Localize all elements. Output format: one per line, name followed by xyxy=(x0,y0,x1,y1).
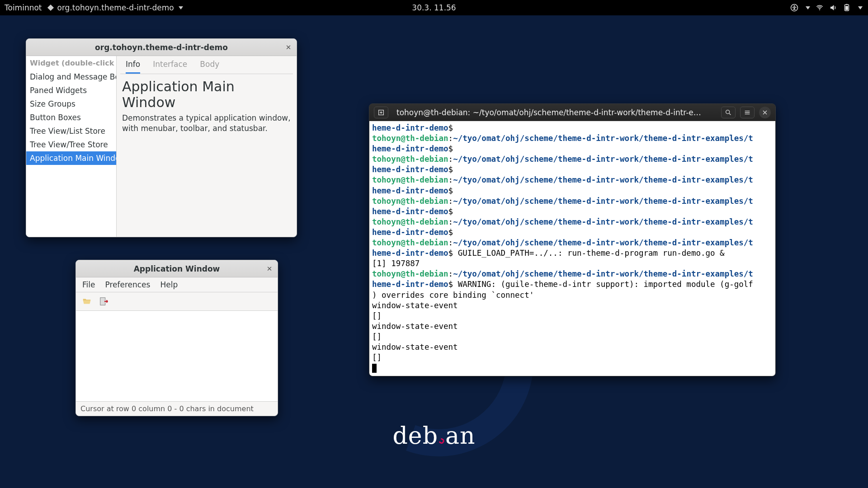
battery-icon[interactable] xyxy=(843,4,851,12)
svg-point-2 xyxy=(819,9,820,10)
chevron-down-icon xyxy=(858,6,863,9)
application-window: Application Window ✕ File Preferences He… xyxy=(75,260,278,416)
demo-sidebar: Widget (double-click to show) Dialog and… xyxy=(26,56,117,237)
volume-icon[interactable] xyxy=(829,4,837,12)
top-app-name: org.tohoyn.theme-d-intr-demo xyxy=(57,3,174,12)
menu-preferences[interactable]: Preferences xyxy=(105,280,150,289)
sidebar-item[interactable]: Tree View/Tree Store xyxy=(26,138,116,151)
demo-tabs: Info Interface Body xyxy=(120,56,293,74)
folder-open-icon xyxy=(82,296,92,306)
wifi-icon[interactable] xyxy=(816,4,824,12)
toolbar xyxy=(76,292,278,311)
accessibility-icon[interactable] xyxy=(790,4,798,12)
gnome-top-bar: Toiminnot org.tohoyn.theme-d-intr-demo 3… xyxy=(0,0,868,15)
menu-help[interactable]: Help xyxy=(160,280,178,289)
menu-file[interactable]: File xyxy=(82,280,95,289)
debian-text: deb xyxy=(393,422,438,449)
sidebar-item[interactable]: Dialog and Message Boxes xyxy=(26,70,116,84)
demo-titlebar[interactable]: org.tohoyn.theme-d-intr-demo ✕ xyxy=(26,39,297,56)
terminal-body[interactable]: heme-d-intr-demo$ tohoyn@th-debian:~/tyo… xyxy=(369,121,775,376)
tab-body[interactable]: Body xyxy=(200,60,219,74)
sidebar-item-selected[interactable]: Application Main Window xyxy=(26,151,116,165)
app-icon xyxy=(47,5,53,11)
appmain-titlebar[interactable]: Application Window ✕ xyxy=(76,260,278,277)
text-area[interactable] xyxy=(76,311,278,401)
top-clock[interactable]: 30.3. 11.56 xyxy=(412,3,456,12)
debian-logo: deb an xyxy=(393,422,476,455)
statusbar: Cursor at row 0 column 0 - 0 chars in do… xyxy=(76,401,278,416)
appmain-title: Application Window xyxy=(134,264,220,273)
demo-title: org.tohoyn.theme-d-intr-demo xyxy=(95,43,228,52)
svg-rect-4 xyxy=(846,4,848,5)
sidebar-item[interactable]: Button Boxes xyxy=(26,111,116,124)
sidebar-item[interactable]: Size Groups xyxy=(26,97,116,111)
menubar: File Preferences Help xyxy=(76,277,278,292)
demo-description: Demonstrates a typical application windo… xyxy=(120,113,293,134)
close-icon xyxy=(761,109,769,116)
debian-text: an xyxy=(445,422,476,449)
svg-point-1 xyxy=(794,5,795,7)
sidebar-header: Widget (double-click to show) xyxy=(26,56,116,70)
toolbar-quit-button[interactable] xyxy=(98,295,110,308)
chevron-down-icon xyxy=(806,6,810,9)
top-app-menu[interactable]: org.tohoyn.theme-d-intr-demo xyxy=(48,3,183,12)
close-button[interactable] xyxy=(759,107,771,118)
hamburger-icon xyxy=(744,109,751,116)
search-icon xyxy=(725,109,732,116)
svg-point-7 xyxy=(726,110,730,113)
exit-icon xyxy=(99,296,109,306)
svg-rect-5 xyxy=(845,6,848,10)
close-button[interactable]: ✕ xyxy=(265,264,274,273)
debian-swirl-icon xyxy=(438,437,445,445)
toolbar-open-button[interactable] xyxy=(80,295,93,308)
menu-button[interactable] xyxy=(740,107,755,118)
sidebar-item[interactable]: Tree View/List Store xyxy=(26,124,116,138)
plus-icon xyxy=(377,109,385,116)
close-button[interactable]: ✕ xyxy=(284,43,293,52)
terminal-title: tohoyn@th-debian: ~/tyo/omat/ohj/scheme/… xyxy=(396,108,713,117)
sidebar-item[interactable]: Paned Widgets xyxy=(26,84,116,97)
terminal-titlebar[interactable]: tohoyn@th-debian: ~/tyo/omat/ohj/scheme/… xyxy=(369,104,775,121)
demo-heading: Application Main Window xyxy=(120,74,293,113)
tab-info[interactable]: Info xyxy=(126,60,140,74)
search-button[interactable] xyxy=(721,107,736,118)
chevron-down-icon xyxy=(179,6,183,9)
terminal-window: tohoyn@th-debian: ~/tyo/omat/ohj/scheme/… xyxy=(369,103,776,376)
new-tab-button[interactable] xyxy=(374,107,388,118)
demo-window: org.tohoyn.theme-d-intr-demo ✕ Widget (d… xyxy=(26,38,297,237)
activities-button[interactable]: Toiminnot xyxy=(5,3,42,12)
tab-interface[interactable]: Interface xyxy=(153,60,187,74)
